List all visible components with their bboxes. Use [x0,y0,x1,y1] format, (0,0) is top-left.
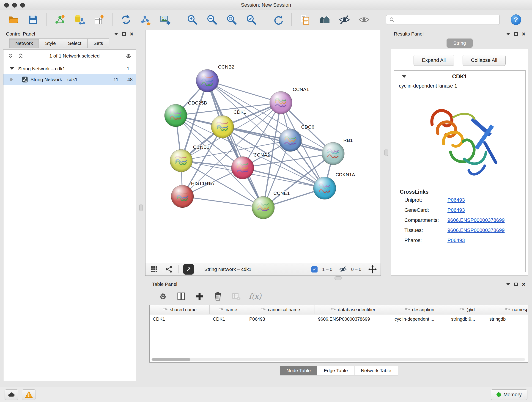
table-cell[interactable]: P06493 [246,314,315,324]
node-cdc6[interactable] [279,129,302,152]
collapse-all-button[interactable]: Collapse All [462,55,506,66]
node-ccna2[interactable] [231,157,254,179]
zoom-fit-button[interactable] [223,12,240,27]
table-settings-button[interactable] [157,291,169,302]
node-ccnb1[interactable] [170,149,192,172]
tab-sets[interactable]: Sets [87,38,109,48]
crosslink-link[interactable]: 9606.ENSP00000378699 [447,217,505,223]
crosslink-link[interactable]: P06493 [447,197,465,203]
gene-collapse-icon[interactable] [402,75,406,78]
tab-edge-table[interactable]: Edge Table [317,366,355,375]
edge-ccnb2-ccne1[interactable] [207,81,263,208]
cloud-status-button[interactable] [5,389,18,400]
tab-string[interactable]: String [447,38,473,48]
delete-column-button[interactable] [212,291,224,302]
open-button[interactable] [5,12,22,27]
help-button[interactable]: ? [511,14,521,25]
copy-button[interactable] [297,12,313,27]
table-cell[interactable]: CDK1 [210,314,246,324]
node-cdk1[interactable] [211,115,234,138]
zoom-selected-button[interactable] [243,12,260,27]
table-cell[interactable]: stringdb:9... [448,314,486,324]
undo-button[interactable] [118,12,134,27]
crosslink-link[interactable]: P06493 [447,237,465,243]
show-columns-button[interactable] [176,291,187,302]
tab-select[interactable]: Select [62,38,88,48]
edge-ccnb2-ccna1[interactable] [207,81,281,103]
column-header--id[interactable]: @id [448,305,486,314]
tab-network-table[interactable]: Network Table [354,366,398,375]
collapse-all-icon[interactable] [7,52,14,59]
node-cdc25b[interactable] [165,104,187,127]
pan-move-icon[interactable] [368,265,377,274]
column-header-description[interactable]: description [391,305,448,314]
node-hist1h1a[interactable] [171,185,194,208]
network-options-gear-icon[interactable] [125,52,132,60]
import-network-file-button[interactable] [51,12,68,27]
node-ccnb2[interactable] [196,70,219,92]
node-cdkn1a[interactable] [313,177,336,199]
edge-hist1h1a-ccne1[interactable] [182,196,263,208]
control-splitter-handle[interactable] [139,204,143,211]
panel-close-icon[interactable]: × [522,31,525,37]
panel-collapse-icon[interactable] [114,33,118,35]
node-ccna1[interactable] [270,91,292,114]
save-button[interactable] [25,12,41,27]
expand-all-button[interactable]: Expand All [413,55,454,66]
column-header-shared-name[interactable]: shared name [150,305,210,314]
column-header-namespace[interactable]: namespace [486,305,528,314]
zoom-in-button[interactable] [184,12,201,27]
first-neighbors-button[interactable] [317,12,333,27]
crosslink-link[interactable]: P06493 [447,207,465,213]
network-canvas[interactable]: CCNB2CCNA1CDC25BCDK1CDC6RB1CCNB1CCNA2CDK… [146,30,380,263]
table-horizontal-scrollbar[interactable] [152,358,525,361]
add-column-button[interactable] [194,291,205,302]
tree-expand-icon[interactable] [10,67,14,70]
apply-layout-button[interactable] [270,12,286,27]
table-cell[interactable]: stringdb [486,314,528,324]
panel-close-icon[interactable]: × [522,281,525,287]
node-ccne1[interactable] [252,196,274,219]
table-row[interactable]: CDK1CDK1P064939606.ENSP00000378699cyclin… [150,314,528,324]
export-image-button[interactable] [157,12,174,27]
table-cell[interactable]: 9606.ENSP00000378699 [315,314,391,324]
search-input[interactable] [397,17,497,22]
table-cell[interactable]: CDK1 [150,314,210,324]
results-splitter-handle[interactable] [385,149,388,156]
network-row[interactable]: String Network – cdk1 11 48 [3,74,136,85]
node-rb1[interactable] [322,142,344,165]
selected-checkbox-icon[interactable]: ✓ [311,266,317,273]
column-header-canonical-name[interactable]: canonical name [246,305,315,314]
zoom-out-button[interactable] [204,12,220,27]
column-header-database-identifier[interactable]: database identifier [315,305,391,314]
import-network-db-button[interactable] [71,12,88,27]
panel-float-icon[interactable] [514,32,518,36]
panel-collapse-icon[interactable] [506,283,510,286]
tab-network[interactable]: Network [9,38,39,48]
table-splitter-handle[interactable] [335,276,342,280]
export-view-button[interactable] [183,264,194,274]
show-all-button[interactable] [356,12,372,27]
panel-float-icon[interactable] [514,283,518,286]
network-overview-button[interactable] [164,264,174,274]
panel-float-icon[interactable] [122,32,126,36]
warnings-button[interactable] [22,389,36,400]
scrollbar-thumb[interactable] [152,358,190,361]
hidden-eye-icon[interactable] [339,266,347,273]
hide-selected-button[interactable] [336,12,353,27]
crosslink-link[interactable]: 9606.ENSP00000378699 [447,227,505,233]
panel-collapse-icon[interactable] [506,33,510,35]
import-table-button[interactable] [91,12,108,27]
export-network-button[interactable] [138,12,154,27]
search-box[interactable] [386,15,500,25]
tab-node-table[interactable]: Node Table [280,366,317,375]
column-header-name[interactable]: name [210,305,246,314]
gene-header[interactable]: CDK1 [394,70,525,83]
panel-close-icon[interactable]: × [130,31,133,37]
tab-style[interactable]: Style [39,38,62,48]
memory-button[interactable]: Memory [491,389,527,400]
table-cell[interactable]: cyclin-dependent ... [391,314,448,324]
network-collection-row[interactable]: String Network – cdk1 1 [3,63,136,74]
birds-eye-view-button[interactable] [149,264,159,274]
expand-all-icon[interactable] [17,52,24,59]
